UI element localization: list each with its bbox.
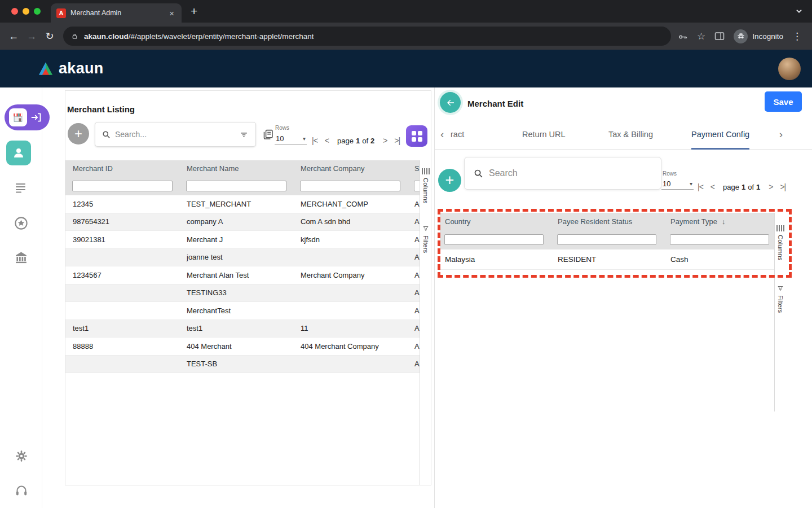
screen: A Merchant Admin × + ← → ↻ akaun.cloud/#…: [0, 0, 812, 508]
sidebar-item-favourites[interactable]: [0, 216, 42, 231]
payment-table-body: MalaysiaRESIDENTCash: [440, 249, 774, 270]
column-header-merchant-id[interactable]: Merchant ID: [65, 164, 179, 173]
last-page-icon[interactable]: >|: [394, 136, 400, 145]
forward-icon[interactable]: →: [23, 27, 41, 45]
tabs-scroll-right-icon[interactable]: ›: [779, 120, 783, 150]
sidebar-item-support[interactable]: [0, 484, 42, 497]
app-header: akaun: [0, 50, 812, 87]
filters-tab[interactable]: Filters: [420, 225, 431, 253]
rows-label: Rows: [663, 170, 677, 177]
edit-side-strip: Columns Filters: [774, 213, 785, 411]
edit-title: Merchant Edit: [467, 99, 523, 108]
plus-icon: +: [445, 172, 454, 189]
rows-per-page-select[interactable]: 10 ▾: [661, 179, 694, 190]
akaun-logo: akaun: [37, 60, 104, 77]
column-header-country[interactable]: Country: [440, 217, 553, 226]
columns-tab[interactable]: Columns: [420, 168, 431, 203]
headset-icon: [15, 484, 28, 497]
next-page-icon[interactable]: >: [383, 136, 387, 145]
table-row[interactable]: 1234567Merchant Alan TestMerchant Compan…: [65, 266, 420, 284]
table-row[interactable]: TESTING33AC: [65, 284, 420, 303]
add-merchant-button[interactable]: +: [68, 123, 89, 144]
columns-tab[interactable]: Columns: [775, 225, 785, 260]
rows-per-page-select[interactable]: 10 ▾: [275, 134, 307, 144]
last-page-icon[interactable]: >|: [780, 182, 785, 191]
tab-search-chevron-icon[interactable]: [795, 7, 803, 15]
table-cell: 404 Merchant: [179, 342, 293, 351]
first-page-icon[interactable]: |<: [312, 136, 317, 145]
filter-list-icon[interactable]: [239, 130, 249, 139]
column-header-merchant-name[interactable]: Merchant Name: [179, 164, 293, 173]
drag-handle-icon: [776, 225, 784, 231]
back-icon[interactable]: ←: [5, 27, 23, 45]
sidebar-item-settings[interactable]: [0, 449, 42, 463]
url-bar[interactable]: akaun.cloud/#/applets/wavelet/erp/entity…: [63, 27, 671, 46]
filter-country-input[interactable]: [444, 234, 544, 245]
table-row[interactable]: test1test111AC: [65, 320, 420, 338]
zoom-window-button[interactable]: [34, 8, 41, 15]
browser-tab[interactable]: A Merchant Admin ×: [51, 3, 182, 23]
filters-tab[interactable]: Filters: [775, 285, 785, 313]
sidebar-item-listing[interactable]: [0, 182, 42, 194]
browser-menu-icon[interactable]: ⋮: [792, 30, 802, 42]
window-controls: [11, 8, 41, 15]
sidebar-item-applet-store[interactable]: [5, 104, 50, 130]
minimize-window-button[interactable]: [23, 8, 29, 15]
table-cell: kjfsdn: [293, 235, 407, 244]
listing-table-header: Merchant ID Merchant Name Merchant Compa…: [65, 160, 420, 176]
table-row[interactable]: MerchantTestAC: [65, 302, 420, 320]
table-cell: Cash: [665, 255, 774, 264]
close-window-button[interactable]: [11, 8, 18, 15]
logo-text: akaun: [59, 60, 104, 77]
select-columns-icon[interactable]: [262, 129, 274, 143]
tabs-scroll-left-icon[interactable]: ‹: [440, 120, 444, 150]
column-header-payment-type[interactable]: Payment Type↓: [665, 217, 774, 226]
prev-page-icon[interactable]: <: [325, 136, 329, 145]
sidebar-item-organisation[interactable]: [0, 251, 42, 265]
next-page-icon[interactable]: >: [769, 182, 773, 191]
listing-pagination: |< < page1of2 > >|: [312, 136, 400, 145]
tab-tax-billing[interactable]: Tax & Billing: [608, 120, 653, 150]
user-avatar[interactable]: [778, 58, 801, 80]
table-row[interactable]: 987654321company ACom A sdn bhdAC: [65, 213, 420, 231]
table-cell: AC: [407, 360, 420, 368]
table-row[interactable]: TEST-SBAC: [65, 356, 420, 374]
table-row[interactable]: 12345TEST_MERCHANTMERCHANT_COMPAC: [65, 195, 420, 213]
table-row[interactable]: joanne testAC: [65, 249, 420, 267]
sort-desc-icon[interactable]: ↓: [722, 217, 726, 226]
filter-merchant-id-input[interactable]: [72, 181, 173, 191]
tab-return-url[interactable]: Return URL: [522, 120, 566, 150]
save-button[interactable]: Save: [765, 91, 802, 112]
reload-icon[interactable]: ↻: [41, 27, 59, 45]
column-header-merchant-company[interactable]: Merchant Company: [293, 164, 407, 173]
search-input[interactable]: [489, 168, 652, 178]
add-payment-config-button[interactable]: +: [438, 169, 461, 192]
column-header-status[interactable]: St: [407, 164, 420, 173]
filter-payee-resident-status-input[interactable]: [557, 234, 656, 245]
new-tab-button[interactable]: +: [191, 5, 197, 18]
first-page-icon[interactable]: |<: [698, 182, 703, 191]
table-cell: TESTING33: [179, 288, 293, 297]
column-header-payee-resident-status[interactable]: Payee Resident Status: [553, 217, 665, 226]
table-row[interactable]: MalaysiaRESIDENTCash: [440, 249, 774, 270]
prev-page-icon[interactable]: <: [710, 182, 714, 191]
tab-payment-config[interactable]: Payment Config: [691, 120, 749, 150]
filter-merchant-company-input[interactable]: [300, 181, 400, 191]
table-cell: MerchantTest: [179, 306, 293, 315]
side-panel-icon[interactable]: [714, 32, 725, 41]
filter-payment-type-input[interactable]: [670, 234, 769, 245]
tab-close-icon[interactable]: ×: [167, 8, 176, 18]
edit-search-box: [464, 157, 661, 190]
incognito-badge: Incognito: [734, 29, 783, 43]
tab-contract[interactable]: ract: [451, 120, 464, 150]
table-row[interactable]: 39021381Merchant JkjfsdnAC: [65, 231, 420, 249]
page-indicator: page1of2: [336, 137, 376, 145]
bookmark-star-icon[interactable]: ☆: [697, 30, 705, 42]
key-icon[interactable]: [678, 31, 688, 41]
search-input[interactable]: [115, 130, 235, 139]
filter-merchant-name-input[interactable]: [186, 181, 286, 191]
sidebar-item-entity[interactable]: [6, 141, 31, 165]
apps-grid-button[interactable]: [406, 125, 427, 147]
back-button[interactable]: [440, 92, 461, 113]
table-row[interactable]: 88888404 Merchant404 Merchant CompanyAC: [65, 338, 420, 356]
